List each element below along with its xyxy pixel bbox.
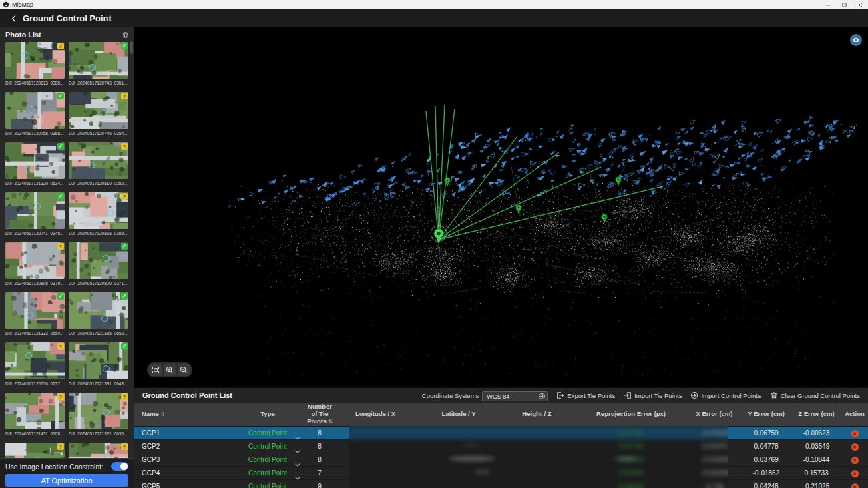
gcp-type-dropdown[interactable]: Control Point [228,483,307,488]
import-control-points-button[interactable]: Import Control Points [690,391,761,399]
screenshot-camera-button[interactable] [850,34,862,46]
photo-filename: DJI_20240517120741_0348... [5,231,65,236]
delete-gcp-button[interactable]: ✕ [851,457,859,464]
zoom-in-button[interactable] [164,364,176,376]
photo-image: ✓ [69,242,128,279]
photo-filename: DJI_20240517121431_0708... [5,431,65,436]
gcp-marker-icon [107,210,114,216]
photo-filename: DJI_20240517121320_0634... [5,181,65,186]
photo-thumbnail[interactable]: ?DJI_20240517120810_0382... [69,142,128,188]
photo-thumbnail[interactable]: ✓DJI_20240517120800_0371... [69,242,128,288]
sidebar-footer: Use Image Location Constraint: AT Optimi… [0,458,134,488]
column-header-latitude-y: Latitude / Y [418,411,499,418]
photo-image: ? [69,92,128,129]
check-badge-icon: ✓ [121,343,128,350]
photo-filename: DJI_20240517120810_0382... [69,181,128,186]
photo-image: ? [5,242,65,279]
photo-thumbnail[interactable]: ?DJI_20240517121321_0635... [69,393,128,439]
at-optimization-button[interactable]: AT Optimization [5,474,128,487]
gcp-type-dropdown[interactable]: Control Point [228,456,307,463]
photo-image: ? [5,443,65,458]
photo-thumbnail[interactable]: ?DJI_20240517120746_0354... [69,92,128,138]
gcp-marker-icon [23,166,30,173]
column-header-number-of-tie-points[interactable]: Number of Tie Points⇅ [307,403,333,425]
chevron-down-icon [295,461,300,468]
column-header-longitude-x: Longitude / X [333,411,418,418]
gcp-marker-icon [25,352,32,359]
chevron-down-icon [295,434,300,441]
gcp-action: ✕ [841,429,868,437]
photo-thumbnail[interactable]: ?DJI_20240517121431_0708... [5,393,65,439]
photo-list-title: Photo List [5,31,120,39]
gcp-name: GCP1 [142,429,228,437]
photo-thumbnail[interactable]: ✓DJI_20240517121320_0634... [5,142,65,188]
gcp-action: ✕ [841,469,868,477]
gcp-action: ✕ [841,456,868,464]
photo-thumbnail[interactable]: ?DJI_20240517120808_0379... [5,242,65,288]
photo-thumbnail[interactable]: ✓DJI_20240517121335_0652... [69,292,128,338]
fit-view-button[interactable] [150,364,162,376]
photo-thumbnail[interactable]: ? [69,443,128,458]
coordinate-system-label: Coordinate Systems [422,392,479,399]
photo-thumbnail-list: ?DJI_20240517120813_0385...✓DJI_20240517… [0,40,134,458]
delete-gcp-button[interactable]: ✕ [851,430,859,437]
photo-image: ✓ [5,142,65,179]
photo-image: ✓ [69,42,128,79]
export-tie-points-button[interactable]: Export Tie Points [556,391,615,399]
redacted-coordinates-overlay [349,426,728,488]
photo-thumbnail[interactable]: ✓DJI_20240517120758_0368... [5,92,65,138]
photo-filename: DJI_20240517120556_0237... [5,381,65,386]
close-button[interactable] [852,0,868,9]
question-badge-icon: ? [57,343,64,350]
photo-thumbnail[interactable]: ?DJI_20240517120816_0389... [69,192,128,238]
delete-gcp-button[interactable]: ✕ [851,483,859,488]
photo-thumbnail[interactable]: ?DJI_20240517120556_0237... [5,342,65,389]
gcp-type-dropdown[interactable]: Control Point [228,429,307,437]
gcp-z-error: -0.21025 [791,483,841,488]
delete-gcp-button[interactable]: ✕ [851,443,859,451]
import-tie-points-button[interactable]: Import Tie Points [624,391,682,399]
globe-icon[interactable] [538,391,546,403]
gcp-name: GCP3 [142,456,228,463]
photo-thumbnail[interactable]: ✓DJI_20240517121331_0648... [69,342,128,389]
photo-thumbnail[interactable]: ?DJI_20240517120813_0385... [5,42,65,88]
question-badge-icon: ? [121,393,128,400]
gcp-type-dropdown[interactable]: Control Point [228,443,307,450]
check-badge-icon: ✓ [121,243,128,250]
photo-thumbnail[interactable]: ✓DJI_20240517121333_0650... [5,292,65,338]
chevron-down-icon [295,447,300,455]
question-badge-icon: ? [121,93,128,99]
check-badge-icon: ✓ [121,43,128,49]
photo-thumbnail[interactable]: ✓DJI_20240517120743_0351... [69,42,128,88]
delete-photos-button[interactable] [120,30,130,39]
gcp-type-dropdown[interactable]: Control Point [228,469,307,477]
app-header: Ground Control Point [0,9,868,27]
zoom-out-button[interactable] [178,364,190,376]
back-button[interactable] [8,13,20,25]
maximize-button[interactable] [836,0,852,9]
photo-image: ✓ [5,292,65,329]
photo-filename: DJI_20240517120743_0351... [69,81,128,85]
photo-image: ? [69,443,128,458]
photo-thumbnail[interactable]: ? [5,443,65,458]
photo-list-scrollbar[interactable] [130,41,133,54]
column-header-action: Action [841,411,868,418]
column-header-x-error-cm: X Error (cm) [688,411,741,418]
question-badge-icon: ? [121,193,128,200]
photo-filename: DJI_20240517121331_0648... [69,381,128,386]
delete-gcp-button[interactable]: ✕ [851,470,859,477]
gcp-marker-icon [26,417,33,423]
viewport-3d[interactable] [134,27,868,387]
gcp-y-error: 0.06759 [741,429,791,437]
photo-filename: DJI_20240517121335_0652... [69,331,128,336]
chevron-down-icon [295,474,300,481]
image-location-constraint-toggle[interactable] [111,462,128,471]
photo-filename: DJI_20240517120800_0371... [69,281,128,286]
column-header-name[interactable]: Name⇅ [142,411,228,418]
clear-ground-control-points-button[interactable]: Clear Ground Control Points [770,391,860,399]
minimize-button[interactable] [820,0,836,9]
photo-thumbnail[interactable]: ✓DJI_20240517120741_0348... [5,192,65,238]
gcp-y-error: 0.04778 [741,443,791,450]
image-location-constraint-label: Use Image Location Constraint: [5,463,103,471]
column-header-z-error-cm: Z Error (cm) [791,411,841,418]
